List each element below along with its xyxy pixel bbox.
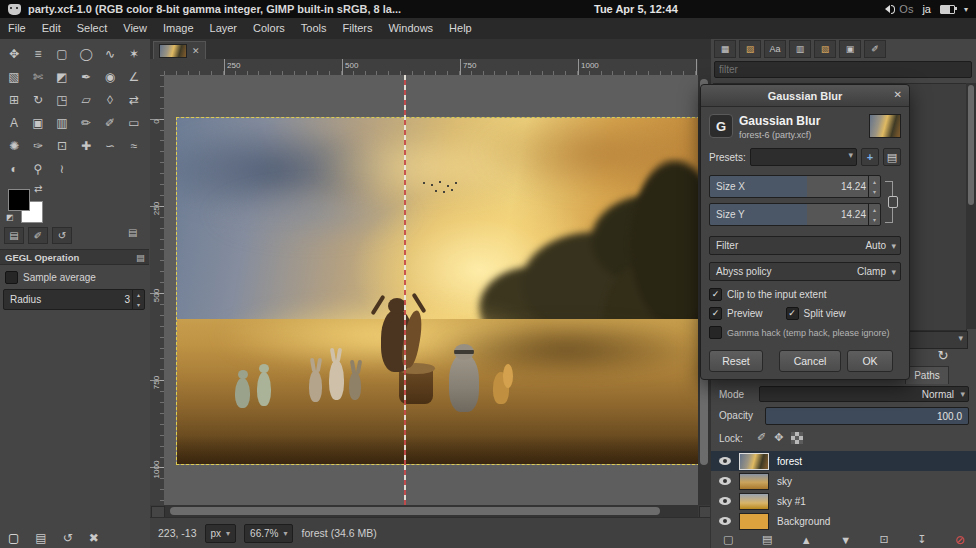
fuzzy-select-tool[interactable]: ✶ (122, 42, 146, 65)
keyboard-layout-indicator[interactable]: ja (922, 3, 931, 15)
zoom-tool[interactable]: ⚲ (26, 157, 50, 180)
new-document-icon[interactable]: ▢ (8, 531, 19, 545)
rotate-tool[interactable]: ↻ (26, 88, 50, 111)
warp-tool[interactable]: ≀ (50, 157, 74, 180)
duplicate-layer-icon[interactable]: ⊡ (880, 533, 889, 546)
layer-row-sky[interactable]: sky (711, 471, 976, 491)
pencil-tool[interactable]: ✏ (74, 111, 98, 134)
ok-button[interactable]: OK (847, 350, 893, 372)
gradient-tool[interactable]: ▥ (50, 111, 74, 134)
horizontal-scrollbar[interactable] (164, 505, 698, 517)
delete-layer-icon[interactable]: ⊘ (955, 533, 965, 547)
merge-layer-icon[interactable]: ↧ (917, 533, 926, 546)
images-tab-icon[interactable]: ▣ (839, 40, 861, 58)
palettes-tab-icon[interactable]: ▧ (814, 40, 836, 58)
add-preset-button[interactable]: + (861, 148, 879, 166)
presets-combo[interactable] (750, 148, 857, 166)
zoom-dropdown[interactable]: 66.7% (244, 524, 293, 543)
preset-menu-button[interactable]: ▤ (883, 148, 901, 166)
patterns-tab-icon[interactable]: ▨ (739, 40, 761, 58)
clip-checkbox[interactable]: ✓ (709, 288, 722, 301)
paintbrush-tool[interactable]: ✐ (98, 111, 122, 134)
layer-row-background[interactable]: Background (711, 511, 976, 531)
size-x-spinner[interactable] (868, 176, 880, 197)
raise-layer-icon[interactable]: ▲ (801, 534, 812, 546)
free-select-tool[interactable]: ∿ (98, 42, 122, 65)
layer-visibility-toggle[interactable] (719, 457, 731, 465)
dodge-burn-tool[interactable]: ◐ (2, 157, 26, 180)
dialog-close-icon[interactable]: ✕ (894, 89, 902, 100)
gamma-hack-checkbox[interactable] (709, 326, 722, 339)
flip-tool[interactable]: ⇄ (122, 88, 146, 111)
opacity-slider[interactable]: 100.0 (765, 407, 969, 425)
document-history-tab-icon[interactable]: ✐ (864, 40, 886, 58)
cancel-button[interactable]: Cancel (779, 350, 841, 372)
menu-colors[interactable]: Colors (245, 18, 293, 39)
rectangle-select-tool[interactable]: ▢ (50, 42, 74, 65)
menu-edit[interactable]: Edit (34, 18, 69, 39)
menu-image[interactable]: Image (155, 18, 202, 39)
radius-spinner[interactable] (132, 290, 144, 309)
bucket-fill-tool[interactable]: ▣ (26, 111, 50, 134)
preview-checkbox[interactable]: ✓ (709, 307, 722, 320)
abyss-policy-dropdown[interactable]: Abyss policy Clamp (709, 262, 901, 281)
menu-layer[interactable]: Layer (202, 18, 246, 39)
paths-tool[interactable]: ✒ (74, 65, 98, 88)
menu-help[interactable]: Help (441, 18, 480, 39)
scale-tool[interactable]: ◳ (50, 88, 74, 111)
layer-visibility-toggle[interactable] (719, 517, 731, 525)
canvas-viewport[interactable] (164, 75, 698, 505)
color-picker-tool[interactable]: ◉ (98, 65, 122, 88)
device-status-tab-icon[interactable]: ✐ (28, 227, 48, 244)
mode-dropdown[interactable]: Normal (759, 386, 969, 402)
default-colors-icon[interactable]: ◩ (6, 213, 14, 222)
filter-dropdown[interactable]: Filter Auto (709, 236, 901, 255)
menu-select[interactable]: Select (69, 18, 116, 39)
lower-layer-icon[interactable]: ▼ (840, 534, 851, 546)
vertical-ruler[interactable]: 0 250 500 750 1000 (150, 75, 165, 505)
ruler-corner-button[interactable] (150, 59, 165, 76)
align-tool[interactable]: ≡ (26, 42, 50, 65)
horizontal-ruler[interactable]: 250 500 750 1000 (164, 59, 698, 76)
undo-history-tab-icon[interactable]: ↺ (52, 227, 72, 244)
battery-icon[interactable] (940, 5, 955, 14)
link-sizes-icon[interactable] (885, 179, 897, 223)
refresh-icon[interactable]: ↻ (933, 347, 953, 365)
lock-position-icon[interactable]: ✥ (774, 431, 783, 444)
menu-view[interactable]: View (115, 18, 155, 39)
menu-windows[interactable]: Windows (380, 18, 441, 39)
clone-tool[interactable]: ⊡ (50, 134, 74, 157)
filter-input[interactable] (714, 61, 972, 78)
split-view-guide[interactable] (404, 75, 406, 505)
foreground-color-swatch[interactable] (8, 189, 30, 211)
airbrush-tool[interactable]: ✺ (2, 134, 26, 157)
split-view-checkbox[interactable]: ✓ (786, 307, 799, 320)
horizontal-scrollbar-thumb[interactable] (170, 507, 660, 515)
layer-row-sky-1[interactable]: sky #1 (711, 491, 976, 511)
select-by-color-tool[interactable]: ▧ (2, 65, 26, 88)
smudge-tool[interactable]: ∽ (98, 134, 122, 157)
gradients-tab-icon[interactable]: ▥ (789, 40, 811, 58)
radius-slider[interactable]: Radius 3 (3, 289, 145, 310)
image-tab[interactable]: ✕ (153, 41, 206, 59)
dialog-titlebar[interactable]: Gaussian Blur ✕ (701, 85, 909, 107)
size-x-slider[interactable]: Size X 14.24 (709, 175, 881, 198)
ellipse-select-tool[interactable]: ◯ (74, 42, 98, 65)
paths-tab[interactable]: Paths (905, 366, 949, 384)
lock-pixels-icon[interactable]: ✐ (757, 431, 766, 444)
move-tool[interactable]: ✥ (2, 42, 26, 65)
crop-tool[interactable]: ⊞ (2, 88, 26, 111)
ink-tool[interactable]: ✑ (26, 134, 50, 157)
volume-icon[interactable] (881, 5, 890, 13)
menu-tools[interactable]: Tools (293, 18, 335, 39)
tab-close-icon[interactable]: ✕ (192, 46, 200, 56)
heal-tool[interactable]: ✚ (74, 134, 98, 157)
scissors-select-tool[interactable]: ✄ (26, 65, 50, 88)
new-group-icon[interactable]: ▤ (762, 533, 772, 546)
fonts-tab-icon[interactable]: Aa (764, 40, 786, 58)
perspective-tool[interactable]: ◊ (98, 88, 122, 111)
text-tool[interactable]: A (2, 111, 26, 134)
foreground-select-tool[interactable]: ◩ (50, 65, 74, 88)
size-y-spinner[interactable] (868, 204, 880, 225)
brushes-tab-icon[interactable]: ▦ (714, 40, 736, 58)
